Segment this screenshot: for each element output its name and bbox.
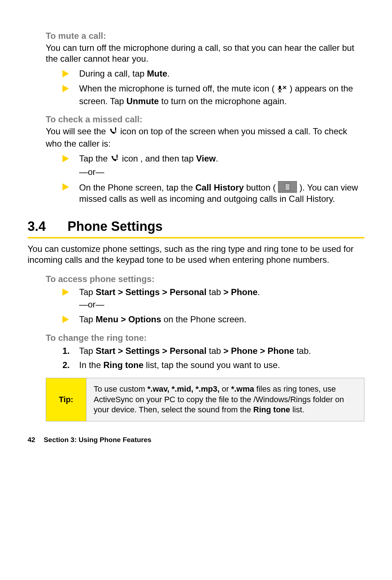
section-title: Phone Settings	[68, 219, 163, 234]
triangle-bullet-icon	[62, 314, 79, 326]
missed-step-2: On the Phone screen, tap the Call Histor…	[62, 181, 364, 204]
mute-paragraph: You can turn off the microphone during a…	[46, 42, 364, 64]
triangle-bullet-icon	[62, 181, 79, 193]
section-intro: You can customize phone settings, such a…	[28, 244, 364, 265]
or-separator: —or—	[79, 299, 364, 310]
svg-point-8	[117, 158, 118, 160]
missed-heading: To check a missed call:	[46, 114, 364, 124]
tip-label: Tip:	[46, 378, 86, 421]
section-heading: 3.4 Phone Settings	[28, 219, 364, 238]
missed-paragraph: You will see the icon on top of the scre…	[46, 126, 364, 149]
ringtone-step-2-text: In the Ring tone list, tap the sound you…	[79, 359, 364, 371]
access-step-1-text: Tap Start > Settings > Personal tab > Ph…	[79, 286, 364, 310]
access-step-2: Tap Menu > Options on the Phone screen.	[62, 314, 364, 326]
section-number: 3.4	[28, 219, 68, 234]
ringtone-block: To change the ring tone:	[46, 333, 364, 343]
missed-call-icon	[110, 154, 119, 166]
mic-muted-icon	[277, 84, 287, 95]
access-steps: Tap Start > Settings > Personal tab > Ph…	[28, 286, 364, 326]
page-footer: 42 Section 3: Using Phone Features	[28, 436, 364, 444]
svg-rect-0	[279, 86, 281, 89]
missed-step-2-text: On the Phone screen, tap the Call Histor…	[79, 181, 364, 204]
triangle-bullet-icon	[62, 153, 79, 165]
mute-steps: During a call, tap Mute. When the microp…	[28, 68, 364, 107]
missed-block: To check a missed call: You will see the…	[46, 114, 364, 149]
ringtone-step-1: 1. Tap Start > Settings > Personal tab >…	[62, 345, 364, 356]
or-separator: —or—	[79, 166, 364, 177]
ringtone-steps: 1. Tap Start > Settings > Personal tab >…	[28, 345, 364, 371]
step-number: 2.	[62, 359, 79, 371]
triangle-bullet-icon	[62, 286, 79, 298]
mute-heading: To mute a call:	[46, 31, 364, 41]
tip-box: Tip: To use custom *.wav, *.mid, *.mp3, …	[46, 378, 364, 421]
step-number: 1.	[62, 345, 79, 356]
manual-page: To mute a call: You can turn off the mic…	[0, 0, 392, 462]
access-step-2-text: Tap Menu > Options on the Phone screen.	[79, 314, 364, 325]
ringtone-step-2: 2. In the Ring tone list, tap the sound …	[62, 359, 364, 371]
call-history-button-icon	[278, 181, 297, 193]
svg-rect-7	[117, 155, 118, 158]
mute-step-1: During a call, tap Mute.	[62, 68, 364, 80]
missed-step-1-text: Tap the icon , and then tap View. —or—	[79, 153, 364, 178]
svg-point-6	[115, 131, 116, 132]
missed-steps: Tap the icon , and then tap View. —or— O…	[28, 153, 364, 205]
mute-step-2-text: When the microphone is turned off, the m…	[79, 83, 364, 107]
missed-call-icon	[109, 127, 118, 138]
page-number: 42	[28, 436, 35, 444]
access-block: To access phone settings:	[46, 274, 364, 284]
missed-step-1: Tap the icon , and then tap View. —or—	[62, 153, 364, 178]
triangle-bullet-icon	[62, 68, 79, 80]
mute-block: To mute a call: You can turn off the mic…	[46, 31, 364, 64]
access-step-1: Tap Start > Settings > Personal tab > Ph…	[62, 286, 364, 310]
svg-rect-5	[115, 127, 116, 131]
mute-step-2: When the microphone is turned off, the m…	[62, 83, 364, 107]
footer-section: Section 3: Using Phone Features	[44, 436, 151, 444]
triangle-bullet-icon	[62, 83, 79, 95]
tip-body: To use custom *.wav, *.mid, *.mp3, or *.…	[86, 378, 364, 421]
ringtone-heading: To change the ring tone:	[46, 333, 364, 343]
ringtone-step-1-text: Tap Start > Settings > Personal tab > Ph…	[79, 345, 364, 356]
access-heading: To access phone settings:	[46, 274, 364, 284]
mute-step-1-text: During a call, tap Mute.	[79, 68, 364, 79]
